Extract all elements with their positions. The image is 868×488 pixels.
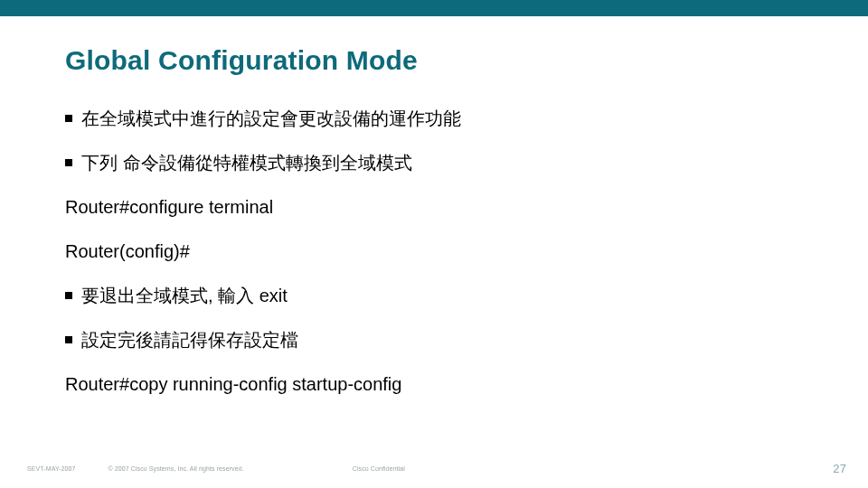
page-title: Global Configuration Mode [65,45,814,76]
square-bullet-icon [65,292,72,299]
footer-copyright: © 2007 Cisco Systems, Inc. All rights re… [108,465,243,472]
top-bar [0,0,868,16]
bullet-item: 下列 命令設備從特權模式轉換到全域模式 [65,151,814,175]
bullet-text: 設定完後請記得保存設定檔 [81,328,298,352]
bullet-item: 設定完後請記得保存設定檔 [65,328,814,352]
slide: Global Configuration Mode 在全域模式中進行的設定會更改… [0,0,868,488]
bullet-item: 要退出全域模式, 輸入 exit [65,284,814,308]
footer-confidential: Cisco Confidential [353,465,405,472]
code-line: Router#configure terminal [65,195,814,220]
page-number: 27 [833,462,846,475]
code-line: Router#copy running-config startup-confi… [65,372,814,397]
bullet-text: 下列 命令設備從特權模式轉換到全域模式 [81,151,412,175]
footer-left: SEVT-MAY-2007 [27,465,75,472]
code-line: Router(config)# [65,239,814,264]
square-bullet-icon [65,115,72,122]
bullet-text: 要退出全域模式, 輸入 exit [81,284,288,308]
bullet-text: 在全域模式中進行的設定會更改設備的運作功能 [81,107,461,131]
square-bullet-icon [65,336,72,343]
square-bullet-icon [65,159,72,166]
bullet-item: 在全域模式中進行的設定會更改設備的運作功能 [65,107,814,131]
content-area: Global Configuration Mode 在全域模式中進行的設定會更改… [65,45,814,417]
footer: SEVT-MAY-2007 © 2007 Cisco Systems, Inc.… [27,462,846,475]
